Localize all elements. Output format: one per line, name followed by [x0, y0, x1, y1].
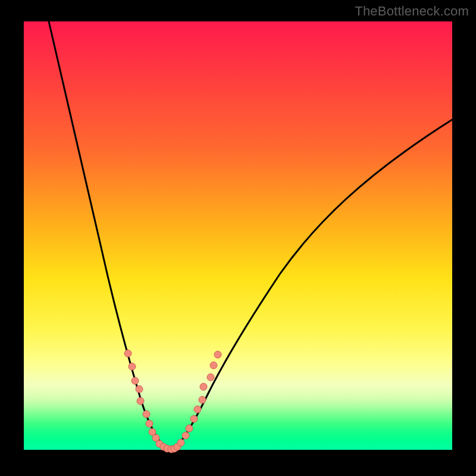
- svg-point-0: [124, 350, 131, 357]
- chart-container: TheBottleneck.com: [0, 0, 476, 476]
- plot-area: [24, 21, 452, 450]
- svg-point-3: [136, 386, 143, 393]
- svg-point-1: [129, 363, 136, 370]
- svg-point-16: [182, 432, 189, 439]
- svg-point-4: [137, 397, 144, 405]
- left-curve: [49, 21, 164, 447]
- svg-point-21: [200, 383, 207, 390]
- right-dot-cluster: [174, 351, 221, 450]
- svg-point-19: [194, 406, 201, 413]
- svg-point-2: [131, 377, 139, 384]
- svg-point-18: [190, 415, 198, 422]
- svg-point-5: [143, 411, 150, 418]
- watermark-text: TheBottleneck.com: [355, 4, 469, 19]
- left-dot-cluster: [124, 350, 167, 450]
- svg-point-22: [207, 374, 214, 381]
- svg-point-24: [214, 351, 221, 358]
- svg-point-20: [199, 396, 206, 403]
- svg-point-23: [210, 362, 217, 369]
- right-curve: [176, 120, 452, 447]
- svg-point-15: [177, 439, 184, 446]
- svg-point-17: [186, 425, 193, 432]
- svg-point-6: [146, 420, 153, 427]
- chart-svg: [24, 21, 452, 450]
